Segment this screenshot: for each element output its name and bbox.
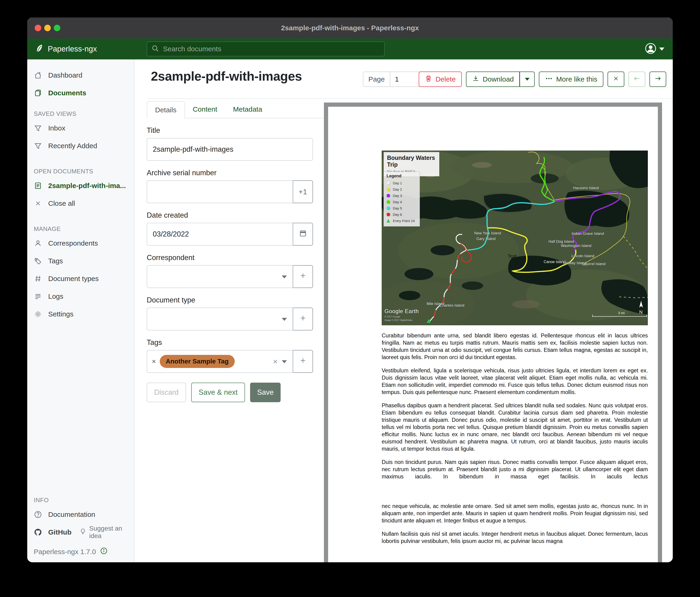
- tab-metadata[interactable]: Metadata: [225, 101, 270, 118]
- minimize-window-button[interactable]: [44, 25, 51, 31]
- download-options-button[interactable]: [520, 72, 535, 87]
- funnel-icon: [34, 124, 42, 132]
- document-toolbar: Delete Download More like this: [419, 72, 666, 87]
- save-next-button[interactable]: Save & next: [191, 383, 245, 402]
- tag-chip[interactable]: Another Sample Tag: [160, 355, 235, 368]
- svg-text:Washington Island: Washington Island: [561, 244, 591, 248]
- pdf-preview[interactable]: Hausons Island New York Island Gary Isla…: [324, 102, 662, 562]
- next-document-button[interactable]: [649, 72, 666, 87]
- sidebar-item-github[interactable]: GitHub: [27, 523, 72, 541]
- info-circle-icon[interactable]: [100, 547, 107, 556]
- sidebar-section-open-documents: OPEN DOCUMENTS: [27, 168, 134, 175]
- sidebar-item-open-document[interactable]: 2sample-pdf-with-ima...: [27, 177, 134, 195]
- plus-icon: [299, 357, 306, 366]
- paragraph: Vestibulum eleifend, ligula a scelerisqu…: [382, 367, 648, 396]
- legend-item: Day 2: [386, 186, 417, 192]
- leaf-logo-icon: [34, 44, 44, 54]
- map-credit: Google Earth © 2017 Google Image © 2017 …: [384, 308, 419, 321]
- trash-icon: [425, 75, 432, 84]
- search-input[interactable]: [162, 45, 380, 53]
- sidebar-item-label: Settings: [48, 310, 73, 318]
- sidebar-item-recently-added[interactable]: Recently Added: [27, 137, 134, 155]
- github-icon: [34, 528, 42, 536]
- sidebar-item-tags[interactable]: Tags: [27, 252, 134, 270]
- close-document-button[interactable]: [607, 72, 624, 87]
- entry-point-icon: [386, 219, 390, 222]
- sidebar-item-documents[interactable]: Documents: [27, 84, 134, 102]
- document-type-select[interactable]: [147, 308, 293, 330]
- download-button[interactable]: Download: [466, 72, 520, 87]
- add-tag-button[interactable]: [293, 350, 313, 373]
- tags-select[interactable]: × Another Sample Tag ×: [147, 350, 293, 373]
- chevron-down-icon: [525, 78, 529, 80]
- more-like-this-button[interactable]: More like this: [539, 72, 603, 87]
- title-field[interactable]: [147, 138, 313, 161]
- legend-swatch: [386, 200, 390, 204]
- svg-text:New York Island: New York Island: [474, 231, 501, 235]
- add-correspondent-button[interactable]: [293, 265, 313, 288]
- legend-item: Entry Point 24: [386, 218, 417, 224]
- tab-content[interactable]: Content: [185, 101, 225, 118]
- clear-tags-icon[interactable]: ×: [273, 357, 278, 366]
- sidebar-item-logs[interactable]: Logs: [27, 288, 134, 305]
- svg-text:N: N: [639, 309, 643, 315]
- page-number-input[interactable]: [390, 72, 420, 87]
- close-window-button[interactable]: [35, 25, 41, 31]
- map-image: Hausons Island New York Island Gary Isla…: [382, 150, 648, 325]
- app-window: 2sample-pdf-with-images - Paperless-ngx …: [27, 18, 673, 562]
- paragraph: Phasellus dapibus quam a hendrerit place…: [382, 402, 648, 453]
- legend-swatch: [386, 194, 390, 197]
- sidebar-item-inbox[interactable]: Inbox: [27, 119, 134, 137]
- add-document-type-button[interactable]: [293, 308, 313, 330]
- save-button[interactable]: Save: [250, 383, 281, 402]
- titlebar: 2sample-pdf-with-images - Paperless-ngx: [27, 18, 673, 39]
- date-created-field[interactable]: [147, 223, 293, 246]
- calendar-button[interactable]: [293, 223, 313, 246]
- sidebar-item-dashboard[interactable]: Dashboard: [27, 66, 134, 84]
- funnel-icon: [34, 142, 42, 150]
- documents-icon: [34, 89, 42, 97]
- download-split-button: Download: [466, 72, 535, 87]
- correspondent-select[interactable]: [147, 265, 293, 288]
- zoom-window-button[interactable]: [54, 25, 60, 31]
- sidebar-item-label: Correspondents: [48, 239, 98, 247]
- legend-item: Day 5: [386, 205, 417, 211]
- asn-plus-one-button[interactable]: +1: [293, 181, 313, 203]
- sidebar-item-document-types[interactable]: Document types: [27, 270, 134, 288]
- dots-icon: [545, 75, 553, 84]
- brand[interactable]: Paperless-ngx: [34, 44, 97, 54]
- svg-text:Lincoln Island: Lincoln Island: [572, 254, 594, 258]
- user-menu[interactable]: [645, 39, 665, 59]
- paragraph: Duis non tincidunt purus. Nam quis sapie…: [382, 459, 648, 480]
- sidebar-item-documentation[interactable]: Documentation: [27, 506, 134, 523]
- sidebar: Dashboard Documents SAVED VIEWS Inbox Re…: [27, 59, 134, 562]
- svg-text:Gary Island: Gary Island: [476, 237, 496, 241]
- form-actions: Discard Save & next Save: [147, 383, 323, 402]
- delete-button[interactable]: Delete: [419, 72, 462, 87]
- sidebar-item-suggest-idea[interactable]: Suggest an idea: [79, 525, 134, 540]
- chevron-down-icon: [282, 360, 287, 363]
- window-title: 2sample-pdf-with-images - Paperless-ngx: [281, 24, 419, 32]
- search-bar: [147, 42, 385, 56]
- lightbulb-icon: [79, 528, 86, 536]
- delete-label: Delete: [435, 75, 456, 83]
- asn-field-label: Archive serial number: [147, 169, 323, 177]
- remove-tag-icon[interactable]: ×: [152, 357, 156, 365]
- sidebar-item-label: GitHub: [48, 528, 72, 536]
- tab-details[interactable]: Details: [147, 101, 185, 118]
- sidebar-item-correspondents[interactable]: Correspondents: [27, 234, 134, 252]
- paragraph: Nullam facilisis quis nisl sit amet iacu…: [382, 530, 648, 545]
- discard-button[interactable]: Discard: [147, 383, 186, 402]
- plus-icon: [299, 272, 306, 281]
- sidebar-section-saved-views: SAVED VIEWS: [27, 110, 134, 117]
- asn-field[interactable]: [147, 181, 293, 203]
- file-text-icon: [34, 182, 42, 190]
- sidebar-item-settings[interactable]: Settings: [27, 305, 134, 323]
- list-icon: [34, 292, 42, 301]
- legend-swatch: [386, 181, 390, 185]
- previous-document-button[interactable]: [628, 72, 645, 87]
- copyright-line: © 2017 Google: [384, 315, 419, 318]
- brand-name: Paperless-ngx: [48, 45, 97, 53]
- legend-title: Legend: [386, 174, 417, 178]
- sidebar-item-close-all[interactable]: Close all: [27, 195, 134, 212]
